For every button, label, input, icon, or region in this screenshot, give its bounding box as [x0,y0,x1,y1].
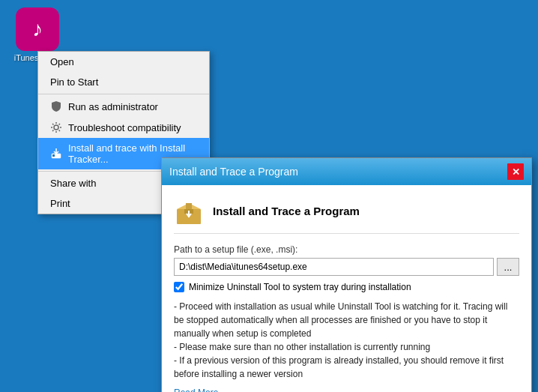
music-note-icon: ♪ [32,17,43,41]
itunes-icon-image: ♪ [16,7,59,51]
print-label: Print [50,198,70,209]
context-menu-pin[interactable]: Pin to Start [38,72,209,92]
pin-label: Pin to Start [50,76,98,88]
dialog-titlebar: Install and Trace a Program ✕ [162,158,531,185]
dialog-program-icon [174,196,204,226]
path-input[interactable] [174,258,494,276]
dialog-header-row: Install and Trace a Program [174,196,519,234]
info-text: - Proceed with installation as usual whi… [174,300,519,381]
svg-rect-6 [186,203,192,209]
open-label: Open [50,56,74,67]
share-label: Share with [50,178,96,189]
browse-button[interactable]: ... [497,258,519,276]
desktop: ♪ iTunes setup Open Pin to Start Run as … [0,0,538,392]
context-menu-run-admin[interactable]: Run as administrator [38,96,209,117]
context-menu-troubleshoot[interactable]: Troubleshoot compatibility [38,117,209,138]
path-row: ... [174,258,519,276]
path-field-label: Path to a setup file (.exe, .msi): [174,244,519,255]
shield-icon [50,100,62,112]
minimize-checkbox-label: Minimize Uninstall Tool to system tray d… [189,282,411,292]
troubleshoot-label: Troubleshoot compatibility [68,122,181,133]
separator-1 [38,94,209,94]
svg-point-0 [54,125,58,130]
dialog-header-title: Install and Trace a Program [213,205,360,217]
context-menu-open[interactable]: Open [38,52,209,72]
dialog-close-button[interactable]: ✕ [507,163,524,180]
svg-rect-2 [52,154,55,157]
minimize-checkbox[interactable] [174,282,184,292]
dialog-title: Install and Trace a Program [169,166,298,178]
install-icon [50,148,62,160]
gear-icon [50,121,62,133]
dialog-content: Install and Trace a Program Path to a se… [162,185,531,392]
read-more-link[interactable]: Read More [174,388,218,392]
install-trace-dialog: Install and Trace a Program ✕ [161,157,532,392]
run-admin-label: Run as administrator [68,101,158,112]
minimize-checkbox-row: Minimize Uninstall Tool to system tray d… [174,282,519,292]
